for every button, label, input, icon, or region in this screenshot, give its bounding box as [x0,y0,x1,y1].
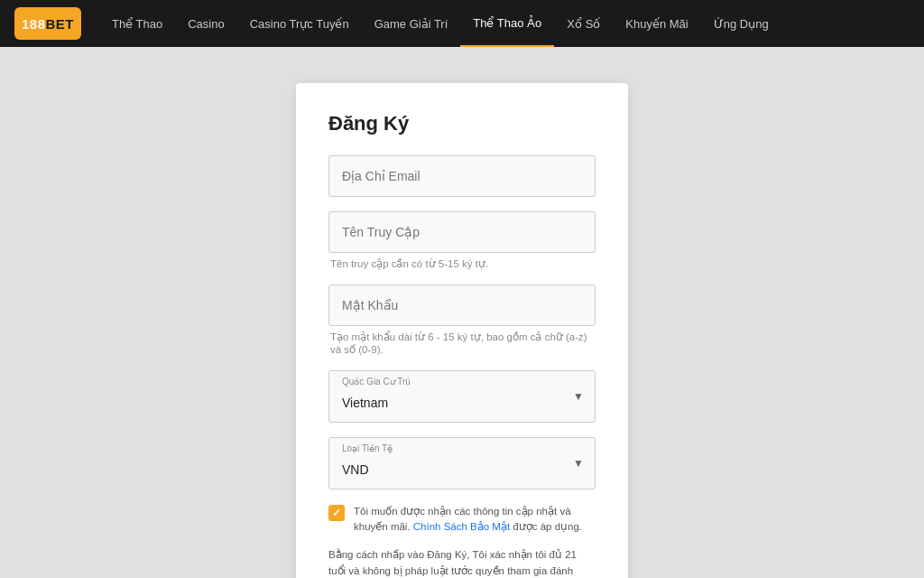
nav-item-casino[interactable]: Casino [175,0,236,47]
promotions-checkbox[interactable] [328,505,345,521]
username-group: Tên truy cập cần có từ 5-15 ký tự. [328,211,596,270]
terms-text: Bằng cách nhấp vào Đăng Ký, Tôi xác nhận… [328,546,596,579]
promotions-checkbox-row: Tôi muốn được nhận các thông tin cập nhậ… [328,504,596,536]
navbar: 188BET Thể Thao Casino Casino Trực Tuyến… [0,0,924,47]
nav-item-khuyen-mai[interactable]: Khuyến Mãi [613,0,700,47]
logo-text: 188BET [22,16,74,32]
currency-label: Loại Tiền Tệ [342,443,393,453]
nav-item-game-giai-tri[interactable]: Game Giải Trí [362,0,461,47]
nav-item-thethao-ao[interactable]: Thể Thao Ảo [460,0,554,47]
privacy-policy-link[interactable]: Chính Sách Bảo Mật [413,521,510,532]
currency-select-wrapper: Loại Tiền Tệ VND USD ▼ [328,437,596,489]
logo[interactable]: 188BET [14,7,81,40]
password-hint: Tạo mật khẩu dài từ 6 - 15 ký tự, bao gồ… [328,331,596,356]
register-card: Đăng Ký Tên truy cập cần có từ 5-15 ký t… [296,83,628,578]
country-label: Quốc Gia Cư Trú [342,377,411,387]
nav-menu: Thể Thao Casino Casino Trực Tuyến Game G… [99,0,781,47]
username-hint: Tên truy cập cần có từ 5-15 ký tự. [328,257,596,270]
nav-item-ung-dung[interactable]: Ứng Dụng [701,0,781,47]
nav-item-thethao[interactable]: Thể Thao [99,0,175,47]
checkbox-section: Tôi muốn được nhận các thông tin cập nhậ… [328,504,596,578]
nav-item-casino-truc-tuyen[interactable]: Casino Trực Tuyến [237,0,362,47]
register-title: Đăng Ký [328,112,596,135]
nav-item-xo-so[interactable]: Xổ Số [554,0,613,47]
promotions-label: Tôi muốn được nhận các thông tin cập nhậ… [354,504,596,536]
email-group [328,155,596,197]
page-content: Đăng Ký Tên truy cập cần có từ 5-15 ký t… [0,47,924,578]
email-field[interactable] [328,155,596,197]
username-field[interactable] [328,211,596,253]
password-field[interactable] [328,284,596,326]
country-select-wrapper: Quốc Gia Cư Trú Vietnam Other ▼ [328,370,596,423]
password-group: Tạo mật khẩu dài từ 6 - 15 ký tự, bao gồ… [328,284,596,356]
